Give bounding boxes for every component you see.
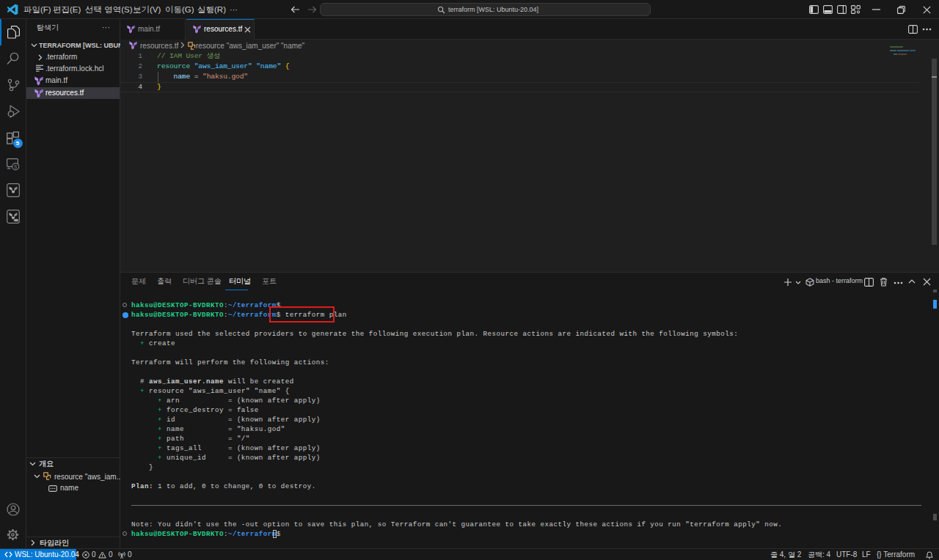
- svg-text:S: S: [14, 164, 18, 169]
